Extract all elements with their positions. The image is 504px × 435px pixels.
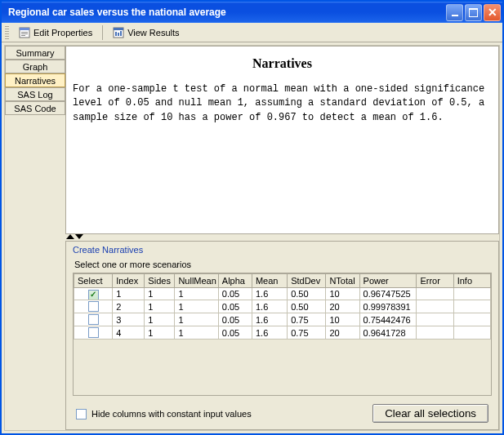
view-results-button[interactable]: View Results [108, 25, 184, 40]
col-ntotal[interactable]: NTotal [326, 274, 359, 288]
table-row[interactable]: 2110.051.60.50200.99978391 [74, 300, 491, 313]
cell-info[interactable] [453, 288, 490, 300]
cell-sides[interactable]: 1 [145, 326, 175, 340]
row-checkbox[interactable] [88, 327, 99, 338]
cell-info[interactable] [453, 326, 490, 340]
cell-stddev[interactable]: 0.75 [288, 313, 326, 326]
splitter[interactable] [65, 234, 499, 241]
clear-all-selections-button[interactable]: Clear all selections [372, 404, 488, 423]
create-narratives-title: Create Narratives [73, 245, 492, 255]
cell-stddev[interactable]: 0.50 [288, 288, 326, 300]
col-error[interactable]: Error [417, 274, 453, 288]
row-select-cell[interactable] [74, 300, 113, 313]
col-alpha[interactable]: Alpha [218, 274, 252, 288]
cell-sides[interactable]: 1 [145, 300, 175, 313]
sidebar-tab-sas-code[interactable]: SAS Code [5, 101, 65, 115]
toolbar-grip[interactable] [5, 26, 9, 39]
row-select-cell[interactable] [74, 313, 113, 326]
cell-error[interactable] [417, 313, 453, 326]
hide-columns-label: Hide columns with constant input values [91, 409, 252, 419]
cell-mean[interactable]: 1.6 [252, 300, 287, 313]
cell-info[interactable] [453, 300, 490, 313]
maximize-button[interactable] [465, 4, 482, 21]
minimize-button[interactable] [446, 4, 463, 21]
row-checkbox[interactable] [88, 301, 99, 312]
grid-header-row: Select Index Sides NullMean Alpha Mean S… [74, 274, 491, 288]
svg-rect-2 [21, 32, 28, 33]
row-select-cell[interactable] [74, 326, 113, 340]
svg-rect-3 [21, 33, 28, 34]
toolbar: Edit Properties View Results [2, 23, 502, 42]
cell-mean[interactable]: 1.6 [252, 288, 287, 300]
titlebar[interactable]: Regional car sales versus the national a… [2, 2, 502, 23]
table-row[interactable]: 3110.051.60.75100.75442476 [74, 313, 491, 326]
cell-nullmean[interactable]: 1 [175, 288, 218, 300]
cell-alpha[interactable]: 0.05 [218, 300, 252, 313]
scenario-grid[interactable]: Select Index Sides NullMean Alpha Mean S… [74, 273, 491, 340]
window-title: Regional car sales versus the national a… [8, 7, 446, 18]
svg-rect-9 [120, 31, 122, 36]
col-select[interactable]: Select [74, 274, 113, 288]
cell-mean[interactable]: 1.6 [252, 326, 287, 340]
cell-ntotal[interactable]: 10 [326, 288, 359, 300]
col-stddev[interactable]: StdDev [288, 274, 326, 288]
table-row[interactable]: 4110.051.60.75200.9641728 [74, 326, 491, 340]
cell-power[interactable]: 0.96747525 [359, 288, 417, 300]
cell-mean[interactable]: 1.6 [252, 313, 287, 326]
sidebar: Summary Table Graph Narratives SAS Log S… [5, 46, 65, 430]
edit-properties-label: Edit Properties [33, 28, 92, 38]
cell-power[interactable]: 0.9641728 [359, 326, 417, 340]
cell-info[interactable] [453, 313, 490, 326]
create-narratives-subtitle: Select one or more scenarios [74, 260, 492, 269]
cell-error[interactable] [417, 326, 453, 340]
main-panel: Narratives For a one-sample t test of a … [65, 46, 499, 430]
svg-rect-8 [118, 33, 119, 36]
cell-sides[interactable]: 1 [145, 313, 175, 326]
cell-index[interactable]: 1 [113, 288, 145, 300]
checkbox-icon[interactable] [76, 409, 87, 419]
sidebar-tab-summary-table[interactable]: Summary Table [5, 46, 65, 60]
cell-alpha[interactable]: 0.05 [218, 288, 252, 300]
edit-properties-button[interactable]: Edit Properties [14, 25, 97, 40]
col-nullmean[interactable]: NullMean [175, 274, 218, 288]
close-button[interactable] [484, 4, 501, 21]
grid-empty-area [74, 340, 491, 396]
cell-stddev[interactable]: 0.50 [288, 300, 326, 313]
cell-error[interactable] [417, 300, 453, 313]
svg-rect-7 [115, 32, 117, 36]
col-index[interactable]: Index [113, 274, 145, 288]
cell-stddev[interactable]: 0.75 [288, 326, 326, 340]
cell-index[interactable]: 3 [113, 313, 145, 326]
row-checkbox[interactable] [88, 314, 99, 325]
cell-ntotal[interactable]: 10 [326, 313, 359, 326]
cell-ntotal[interactable]: 20 [326, 300, 359, 313]
cell-index[interactable]: 4 [113, 326, 145, 340]
col-mean[interactable]: Mean [252, 274, 287, 288]
cell-index[interactable]: 2 [113, 300, 145, 313]
col-sides[interactable]: Sides [145, 274, 175, 288]
cell-power[interactable]: 0.99978391 [359, 300, 417, 313]
hide-columns-checkbox[interactable]: Hide columns with constant input values [76, 408, 252, 419]
cell-power[interactable]: 0.75442476 [359, 313, 417, 326]
cell-nullmean[interactable]: 1 [175, 300, 218, 313]
row-select-cell[interactable] [74, 288, 113, 300]
cell-nullmean[interactable]: 1 [175, 326, 218, 340]
sidebar-tab-graph[interactable]: Graph [5, 60, 65, 73]
cell-nullmean[interactable]: 1 [175, 313, 218, 326]
cell-alpha[interactable]: 0.05 [218, 313, 252, 326]
cell-sides[interactable]: 1 [145, 288, 175, 300]
scenario-grid-wrap[interactable]: Select Index Sides NullMean Alpha Mean S… [73, 273, 492, 396]
svg-rect-4 [21, 35, 25, 36]
bottom-row: Hide columns with constant input values … [73, 404, 492, 423]
cell-alpha[interactable]: 0.05 [218, 326, 252, 340]
create-narratives-panel: Create Narratives Select one or more sce… [65, 241, 499, 430]
row-checkbox[interactable] [88, 290, 99, 300]
sidebar-tab-sas-log[interactable]: SAS Log [5, 87, 65, 101]
col-info[interactable]: Info [453, 274, 490, 288]
col-power[interactable]: Power [359, 274, 417, 288]
toolbar-separator [102, 25, 103, 40]
cell-error[interactable] [417, 288, 453, 300]
cell-ntotal[interactable]: 20 [326, 326, 359, 340]
table-row[interactable]: 1110.051.60.50100.96747525 [74, 288, 491, 300]
sidebar-tab-narratives[interactable]: Narratives [5, 73, 65, 87]
